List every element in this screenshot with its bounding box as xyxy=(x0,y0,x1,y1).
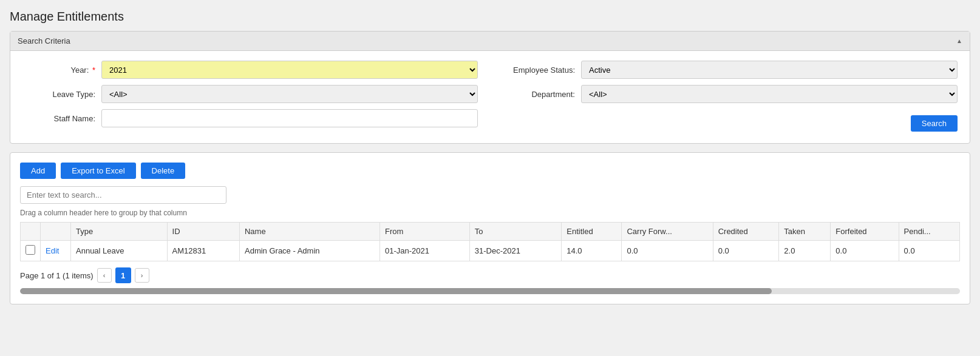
toolbar: Add Export to Excel Delete xyxy=(20,163,960,179)
required-star: * xyxy=(92,65,95,75)
col-id: ID xyxy=(167,223,239,241)
row-entitled: 14.0 xyxy=(562,241,622,261)
panel-body: Year: * 2021 2020 2019 2022 2023 xyxy=(10,51,970,143)
pagination-info: Page 1 of 1 (1 items) xyxy=(20,271,94,280)
table-search-input[interactable] xyxy=(20,186,226,204)
row-to: 31-Dec-2021 xyxy=(469,241,561,261)
col-from: From xyxy=(379,223,469,241)
current-page[interactable]: 1 xyxy=(115,267,131,283)
staff-name-label: Staff Name: xyxy=(22,114,101,123)
delete-button[interactable]: Delete xyxy=(141,163,186,179)
col-type: Type xyxy=(71,223,168,241)
col-entitled: Entitled xyxy=(562,223,622,241)
scrollbar-thumb xyxy=(20,288,772,294)
col-checkbox xyxy=(21,223,41,241)
department-row: Department: <All> HR IT Finance Operatio… xyxy=(502,85,958,103)
page-title: Manage Entitlements xyxy=(10,10,970,24)
search-btn-container: Search xyxy=(502,115,958,132)
leave-type-row: Leave Type: <All> Annual Leave Sick Leav… xyxy=(22,85,478,103)
table-header-row: Type ID Name From To Entitled Carry Forw… xyxy=(21,223,960,241)
row-taken: 2.0 xyxy=(779,241,831,261)
panel-header: Search Criteria ▲ xyxy=(10,32,970,51)
row-checkbox-cell xyxy=(21,241,41,261)
row-name: Admin Grace - Admin xyxy=(239,241,379,261)
department-select[interactable]: <All> HR IT Finance Operations xyxy=(581,85,958,103)
row-forfeited: 0.0 xyxy=(831,241,899,261)
horizontal-scrollbar[interactable] xyxy=(20,288,960,294)
right-column: Employee Status: Active Inactive All Dep… xyxy=(502,61,958,133)
year-select[interactable]: 2021 2020 2019 2022 2023 xyxy=(101,61,478,79)
row-type: Annual Leave xyxy=(71,241,168,261)
row-checkbox[interactable] xyxy=(26,245,35,255)
row-carry-forward: 0.0 xyxy=(622,241,713,261)
employee-status-select[interactable]: Active Inactive All xyxy=(581,61,958,79)
row-id: AM12831 xyxy=(167,241,239,261)
year-label: Year: * xyxy=(22,65,101,75)
staff-name-row: Staff Name: xyxy=(22,109,478,127)
search-button[interactable]: Search xyxy=(911,115,958,132)
col-forfeited: Forfeited xyxy=(831,223,899,241)
row-from: 01-Jan-2021 xyxy=(379,241,469,261)
employee-status-row: Employee Status: Active Inactive All xyxy=(502,61,958,79)
results-panel: Add Export to Excel Delete Drag a column… xyxy=(10,152,970,304)
col-pending: Pendi... xyxy=(899,223,959,241)
collapse-icon[interactable]: ▲ xyxy=(956,38,962,44)
staff-name-input[interactable] xyxy=(101,109,478,127)
col-credited: Credited xyxy=(713,223,779,241)
leave-type-select[interactable]: <All> Annual Leave Sick Leave Emergency … xyxy=(101,85,478,103)
panel-header-label: Search Criteria xyxy=(18,36,70,45)
search-criteria-panel: Search Criteria ▲ Year: * 2021 2020 xyxy=(10,31,970,144)
table-body: Edit Annual Leave AM12831 Admin Grace - … xyxy=(21,241,960,261)
table-row: Edit Annual Leave AM12831 Admin Grace - … xyxy=(21,241,960,261)
left-column: Year: * 2021 2020 2019 2022 2023 xyxy=(22,61,478,133)
year-row: Year: * 2021 2020 2019 2022 2023 xyxy=(22,61,478,79)
col-name: Name xyxy=(239,223,379,241)
col-edit xyxy=(41,223,71,241)
next-page-button[interactable]: › xyxy=(135,268,149,283)
edit-link[interactable]: Edit xyxy=(46,246,59,255)
pagination-row: Page 1 of 1 (1 items) ‹ 1 › xyxy=(20,267,960,283)
table-head: Type ID Name From To Entitled Carry Forw… xyxy=(21,223,960,241)
prev-page-button[interactable]: ‹ xyxy=(97,268,112,283)
table-search-row xyxy=(20,186,960,204)
department-label: Department: xyxy=(502,90,581,99)
employee-status-label: Employee Status: xyxy=(502,65,581,75)
col-carry-forward: Carry Forw... xyxy=(622,223,713,241)
form-grid: Year: * 2021 2020 2019 2022 2023 xyxy=(22,61,958,133)
col-to: To xyxy=(469,223,561,241)
drag-hint: Drag a column header here to group by th… xyxy=(20,209,960,217)
row-credited: 0.0 xyxy=(713,241,779,261)
export-to-excel-button[interactable]: Export to Excel xyxy=(61,163,135,179)
row-edit-cell: Edit xyxy=(41,241,71,261)
col-taken: Taken xyxy=(779,223,831,241)
add-button[interactable]: Add xyxy=(20,163,56,179)
data-table: Type ID Name From To Entitled Carry Forw… xyxy=(20,222,960,261)
leave-type-label: Leave Type: xyxy=(22,90,101,99)
row-pending: 0.0 xyxy=(899,241,959,261)
